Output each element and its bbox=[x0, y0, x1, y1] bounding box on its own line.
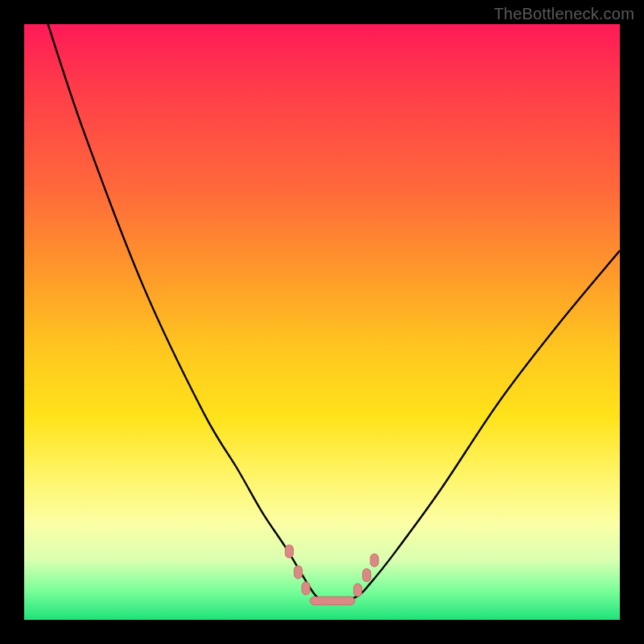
curve-marker-3 bbox=[353, 584, 361, 597]
curve-markers bbox=[285, 545, 378, 597]
flat-bottom-segment bbox=[310, 597, 355, 605]
chart-frame: TheBottleneck.com bbox=[0, 0, 644, 644]
curve-marker-4 bbox=[363, 569, 371, 582]
plot-area bbox=[24, 24, 620, 620]
curve-marker-0 bbox=[285, 545, 293, 558]
curve-marker-1 bbox=[294, 566, 302, 579]
curve-line bbox=[48, 24, 620, 603]
chart-svg bbox=[24, 24, 620, 620]
curve-marker-2 bbox=[302, 582, 310, 595]
curve-marker-5 bbox=[370, 554, 378, 567]
watermark-text: TheBottleneck.com bbox=[493, 5, 634, 23]
